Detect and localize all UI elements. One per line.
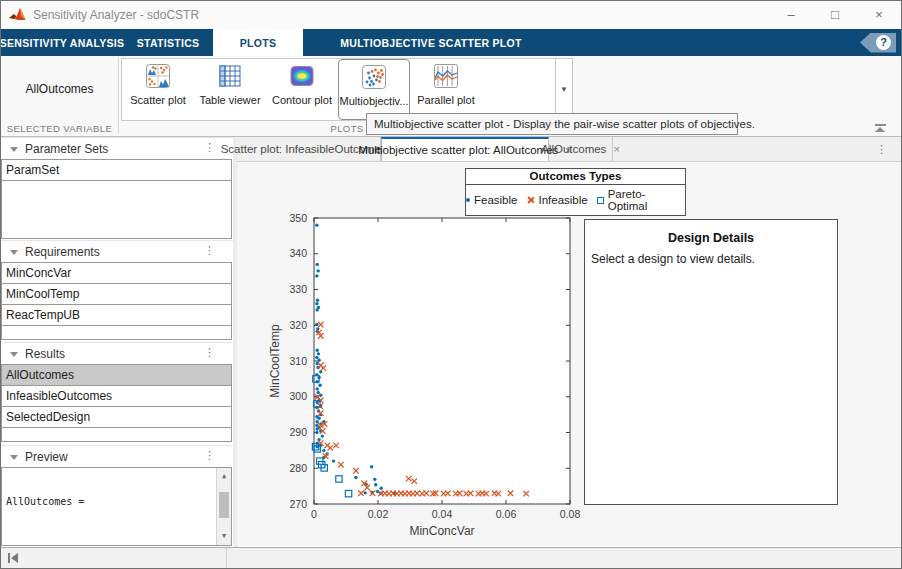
multiobjective-scatter-plot[interactable]: 00.020.040.060.0827028029030031032033034… [259, 199, 589, 544]
contour-plot-button[interactable]: Contour plot [266, 59, 338, 120]
section-title: Requirements [25, 245, 100, 259]
list-item-paramset[interactable]: ParamSet [2, 160, 231, 181]
window-title: Sensitivity Analyzer - sdoCSTR [33, 8, 199, 22]
legend-title: Outcomes Types [466, 169, 685, 185]
scroll-up-icon[interactable]: ▲ [217, 470, 231, 483]
kebab-menu-icon[interactable]: ⋮ [204, 244, 215, 257]
svg-text:0.04: 0.04 [432, 508, 453, 520]
legend-entry-infeasible: Infeasible [526, 194, 587, 206]
results-list: AllOutcomes InfeasibleOutcomes SelectedD… [1, 364, 232, 442]
parallel-plot-icon [433, 63, 459, 89]
svg-text:MinConcVar: MinConcVar [409, 524, 474, 538]
feasible-marker-icon [466, 198, 470, 202]
list-item-minconcvar[interactable]: MinConcVar [2, 263, 231, 284]
list-item-reactempub[interactable]: ReacTempUB [2, 305, 231, 326]
svg-text:330: 330 [289, 283, 307, 295]
pareto-marker-icon [597, 197, 604, 204]
preview-header[interactable]: Preview ⋮ [1, 445, 233, 468]
title-bar: Sensitivity Analyzer - sdoCSTR – □ × [1, 1, 901, 29]
list-item-mincooltemp[interactable]: MinCoolTemp [2, 284, 231, 305]
list-item-infeasibleoutcomes[interactable]: InfeasibleOutcomes [2, 386, 231, 407]
scroll-down-icon[interactable]: ▼ [217, 530, 231, 543]
section-title: Results [25, 347, 65, 361]
plots-gallery: Scatter plot Table viewer [121, 58, 573, 121]
legend-entry-feasible: Feasible [466, 194, 517, 206]
maximize-button[interactable]: □ [813, 1, 857, 29]
legend-label: Feasible [474, 194, 517, 206]
minimize-button[interactable]: – [769, 1, 813, 29]
tab-overflow-menu-icon[interactable]: ⋮ [876, 143, 887, 156]
kebab-menu-icon[interactable]: ⋮ [204, 449, 215, 462]
collapse-section-icon [10, 455, 18, 460]
legend-label: Pareto-Optimal [608, 188, 685, 212]
svg-text:340: 340 [289, 247, 307, 259]
tab-sensitivity-analysis[interactable]: SENSITIVITY ANALYSIS [1, 29, 123, 56]
matlab-logo-icon [9, 7, 26, 23]
list-item-selecteddesign[interactable]: SelectedDesign [2, 407, 231, 428]
collapse-ribbon-icon [875, 124, 886, 126]
status-bar-left [1, 548, 227, 568]
chevron-down-icon: ▼ [560, 85, 568, 94]
list-item-alloutcomes[interactable]: AllOutcomes [2, 365, 231, 386]
results-header[interactable]: Results ⋮ [1, 342, 233, 365]
preview-scrollbar[interactable]: ▲ ▼ [216, 468, 231, 545]
app-window: Sensitivity Analyzer - sdoCSTR – □ × SEN… [0, 0, 902, 569]
design-details-title: Design Details [585, 231, 837, 245]
svg-text:300: 300 [289, 390, 307, 402]
browser-sidebar: Parameter Sets ⋮ ParamSet Requirements ⋮… [1, 137, 233, 548]
legend-entries: Feasible Infeasible Pareto-Optimal [466, 185, 685, 215]
tab-multiobjective-scatter-plot[interactable]: MULTIOBJECTIVE SCATTER PLOT [303, 29, 559, 56]
parameter-sets-header[interactable]: Parameter Sets ⋮ [1, 137, 233, 160]
kebab-menu-icon[interactable]: ⋮ [204, 346, 215, 359]
requirements-header[interactable]: Requirements ⋮ [1, 240, 233, 263]
scrollbar-thumb[interactable] [219, 492, 229, 518]
requirements-list: MinConcVar MinCoolTemp ReacTempUB [1, 262, 232, 340]
parallel-plot-label: Parallel plot [417, 94, 474, 106]
window-controls: – □ × [769, 1, 901, 29]
collapse-sidebar-button[interactable] [8, 553, 18, 563]
section-title: Preview [25, 450, 68, 464]
contour-plot-label: Contour plot [272, 94, 332, 106]
doc-tab-label: AllOutcomes [541, 143, 606, 155]
svg-text:0.06: 0.06 [496, 508, 517, 520]
collapse-ribbon-button[interactable] [875, 124, 887, 132]
tab-plots[interactable]: PLOTS [213, 29, 303, 56]
parallel-plot-button[interactable]: Parallel plot [410, 59, 482, 120]
scatter-plot-button[interactable]: Scatter plot [122, 59, 194, 120]
status-bar [1, 547, 901, 568]
multiobjective-scatter-plot-icon [361, 64, 387, 90]
selected-variable-value[interactable]: AllOutcomes [1, 82, 118, 96]
preview-pane: AllOutcomes = 'Evaluated values for: Min… [1, 467, 232, 546]
multiobjective-scatter-plot-label: Multiobjectiv... [340, 95, 409, 107]
legend-label: Infeasible [538, 194, 587, 206]
selected-variable-caption: SELECTED VARIABLE [1, 123, 118, 134]
collapse-section-icon [10, 147, 18, 152]
gallery-expand-button[interactable]: ▼ [555, 59, 572, 120]
design-details-message: Select a design to view details. [591, 252, 831, 266]
collapse-left-icon [8, 553, 10, 563]
table-viewer-icon [217, 63, 243, 89]
ribbon-section-divider [118, 57, 119, 134]
outcomes-legend: Outcomes Types Feasible Infeasible Paret… [465, 168, 686, 216]
table-viewer-button[interactable]: Table viewer [194, 59, 266, 120]
gallery-tooltip: Multiobjective scatter plot - Display th… [366, 113, 738, 135]
svg-text:MinCoolTemp: MinCoolTemp [268, 324, 282, 398]
preview-line: AllOutcomes = [6, 496, 213, 509]
toolstrip-tab-bar: SENSITIVITY ANALYSIS STATISTICS PLOTS MU… [1, 29, 901, 56]
doc-tab-alloutcomes[interactable]: AllOutcomes × [549, 137, 613, 161]
section-title: Parameter Sets [25, 142, 108, 156]
kebab-menu-icon[interactable]: ⋮ [204, 141, 215, 154]
doc-tab-multiobjective-alloutcomes[interactable]: Multiobjective scatter plot: AllOutcomes… [381, 137, 549, 161]
svg-text:290: 290 [289, 426, 307, 438]
close-icon[interactable]: × [613, 143, 619, 155]
svg-text:270: 270 [289, 498, 307, 510]
multiobjective-scatter-plot-button[interactable]: Multiobjectiv... [338, 59, 410, 120]
tab-statistics[interactable]: STATISTICS [123, 29, 213, 56]
scatter-plot-icon [145, 63, 171, 89]
close-button[interactable]: × [857, 1, 901, 29]
scatter-plot-label: Scatter plot [130, 94, 186, 106]
collapse-section-icon [10, 352, 18, 357]
document-tab-bar: Scatter plot: InfeasibleOutcomes × Multi… [237, 137, 901, 162]
collapse-section-icon [10, 250, 18, 255]
design-details-panel: Design Details Select a design to view d… [584, 219, 838, 505]
